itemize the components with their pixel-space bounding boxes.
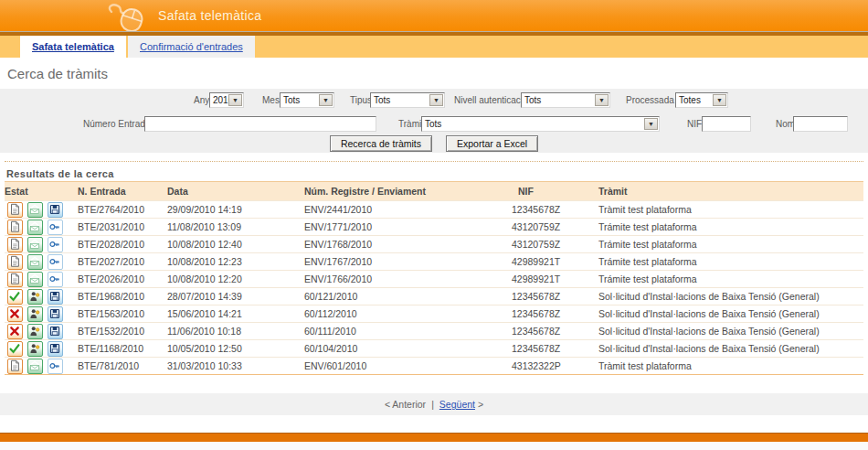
estat-icon-cell	[25, 271, 45, 288]
cross-icon[interactable]	[7, 306, 23, 322]
tramit-cell: Tràmit test plataforma	[594, 358, 863, 375]
data-cell: 11/08/2010 13:09	[167, 219, 300, 236]
nivell-autenticacio-label: Nivell autenticació	[454, 95, 528, 105]
next-page-arrow: >	[478, 399, 483, 410]
document-icon[interactable]	[7, 237, 23, 252]
estat-icon-cell	[5, 323, 25, 340]
tramit-cell: Trámite test plataforma	[594, 236, 863, 253]
nivell-autenticacio-select[interactable]: Tots ▼	[521, 92, 610, 108]
mouse-logo-icon	[99, 1, 152, 31]
table-row: BTE/2764/201029/09/2010 14:19ENV/2441/20…	[5, 201, 863, 219]
app-title: Safata telemàtica	[158, 0, 261, 31]
envelope-open-icon[interactable]	[27, 272, 43, 287]
nif-input[interactable]	[702, 116, 751, 132]
table-row: BTE/2026/201010/08/2010 12:20ENV/1766/20…	[5, 271, 863, 288]
envelope-open-icon[interactable]	[27, 359, 43, 374]
key-icon[interactable]	[48, 254, 63, 270]
nif-cell: 43120759Z	[507, 236, 594, 253]
envelope-open-icon[interactable]	[27, 254, 43, 270]
estat-icon-cell	[5, 340, 25, 358]
registre-cell: ENV/2441/2010	[300, 201, 507, 219]
numero-entrada-input[interactable]	[144, 116, 376, 132]
data-cell: 29/09/2010 14:19	[167, 201, 300, 219]
data-cell: 31/03/2010 10:33	[167, 358, 300, 375]
entrada-cell: BTE/1563/2010	[65, 305, 167, 323]
estat-icon-cell	[45, 340, 65, 358]
user-key-icon[interactable]	[27, 289, 43, 305]
tab-confirmacio-label[interactable]: Confirmació d'entrades	[140, 41, 243, 52]
estat-icon-cell	[45, 253, 65, 271]
floppy-disk-icon[interactable]	[48, 202, 63, 218]
search-form: Any 2010 ▼ Mes Tots ▼ Tipus Tots ▼ Nivel…	[0, 89, 868, 153]
document-icon[interactable]	[7, 202, 23, 218]
estat-icon-cell	[25, 288, 45, 305]
nom-label: Nom	[776, 119, 795, 129]
nif-cell: 12345678Z	[507, 288, 594, 305]
data-cell: 28/07/2010 14:39	[167, 288, 300, 305]
tab-safata-label[interactable]: Safata telemàtica	[32, 41, 114, 52]
export-excel-button[interactable]: Exportar a Excel	[446, 135, 538, 152]
registre-cell: ENV/1768/2010	[300, 236, 507, 253]
check-icon[interactable]	[7, 341, 23, 357]
user-key-icon[interactable]	[27, 324, 43, 339]
processada-select[interactable]: Totes ▼	[675, 92, 728, 108]
entrada-cell: BTE/1968/2010	[65, 288, 167, 305]
registre-cell: ENV/601/2010	[300, 358, 507, 375]
document-icon[interactable]	[7, 220, 23, 235]
floppy-disk-icon[interactable]	[48, 324, 63, 339]
key-icon[interactable]	[48, 220, 63, 235]
column-estat: Estat	[5, 182, 65, 201]
previous-page-control: < Anterior	[385, 399, 426, 410]
check-icon[interactable]	[7, 289, 23, 305]
data-cell: 11/06/2010 10:18	[167, 323, 300, 340]
tramit-cell: Trámite test plataforma	[594, 253, 863, 271]
tab-confirmacio-entrades[interactable]: Confirmació d'entrades	[128, 36, 255, 58]
document-icon[interactable]	[7, 359, 23, 374]
form-buttons: Recerca de tràmits Exportar a Excel	[0, 135, 868, 152]
nom-input[interactable]	[793, 116, 848, 132]
tipus-select[interactable]: Tots ▼	[370, 92, 445, 108]
nif-label: NIF	[687, 119, 702, 129]
floppy-disk-icon[interactable]	[48, 341, 63, 357]
next-page-link[interactable]: Següent	[439, 399, 475, 410]
dotted-separator	[5, 161, 863, 162]
search-button[interactable]: Recerca de tràmits	[330, 135, 432, 152]
user-key-icon[interactable]	[27, 341, 43, 357]
any-select[interactable]: 2010 ▼	[209, 92, 244, 108]
mes-select[interactable]: Tots ▼	[280, 92, 334, 108]
registre-cell: ENV/1771/2010	[300, 219, 507, 236]
table-row: BTE/781/201031/03/2010 10:33ENV/601/2010…	[5, 358, 863, 375]
data-cell: 10/08/2010 12:23	[167, 253, 300, 271]
footer-strip	[0, 442, 868, 450]
floppy-disk-icon[interactable]	[48, 306, 63, 322]
entrada-cell: BTE/2027/2010	[65, 253, 167, 271]
tramit-select[interactable]: Tots ▼	[421, 116, 660, 132]
chevron-down-icon: ▼	[429, 94, 443, 106]
chevron-down-icon: ▼	[228, 94, 242, 106]
key-icon[interactable]	[48, 359, 63, 374]
estat-icon-cell	[5, 201, 25, 219]
user-key-icon[interactable]	[27, 306, 43, 322]
cross-icon[interactable]	[7, 324, 23, 339]
tab-safata-telematica[interactable]: Safata telemàtica	[20, 36, 126, 58]
data-cell: 15/06/2010 14:21	[167, 305, 300, 323]
results-table: Estat N. Entrada Data Núm. Registre / En…	[5, 181, 863, 375]
envelope-open-icon[interactable]	[27, 237, 43, 252]
estat-icon-cell	[5, 219, 25, 236]
registre-cell: 60/104/2010	[300, 340, 507, 358]
envelope-open-icon[interactable]	[27, 220, 43, 235]
table-header-row: Estat N. Entrada Data Núm. Registre / En…	[5, 182, 863, 201]
registre-cell: 60/112/2010	[300, 305, 507, 323]
key-icon[interactable]	[48, 237, 63, 252]
envelope-open-icon[interactable]	[27, 202, 43, 218]
document-icon[interactable]	[7, 254, 23, 270]
floppy-disk-icon[interactable]	[48, 289, 63, 305]
document-icon[interactable]	[7, 272, 23, 287]
key-icon[interactable]	[48, 272, 63, 287]
estat-icon-cell	[45, 358, 65, 375]
data-cell: 10/08/2010 12:40	[167, 236, 300, 253]
nif-cell: 12345678Z	[507, 305, 594, 323]
tramit-cell: Sol·licitud d'Instal·lacions de Baixa Te…	[594, 305, 863, 323]
data-cell: 10/08/2010 12:20	[167, 271, 300, 288]
tramit-cell: Sol·licitud d'Instal·lacions de Baixa Te…	[594, 323, 863, 340]
